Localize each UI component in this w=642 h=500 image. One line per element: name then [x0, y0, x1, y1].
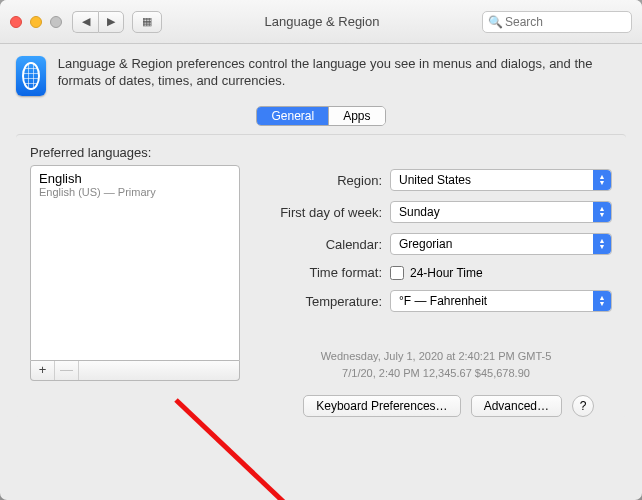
temperature-select[interactable]: °F — Fahrenheit ▲▼: [390, 290, 612, 312]
language-name: English: [39, 171, 231, 186]
chevron-updown-icon: ▲▼: [593, 291, 611, 311]
header-row: Language & Region preferences control th…: [16, 56, 626, 96]
search-wrap: 🔍: [482, 11, 632, 33]
forward-button[interactable]: ▶: [98, 11, 124, 33]
header-description: Language & Region preferences control th…: [58, 56, 626, 90]
show-all-button[interactable]: ▦: [132, 11, 162, 33]
temperature-value: °F — Fahrenheit: [399, 294, 487, 308]
add-language-button[interactable]: +: [31, 361, 55, 380]
search-icon: 🔍: [488, 15, 503, 29]
firstday-label: First day of week:: [260, 205, 390, 220]
language-subtitle: English (US) — Primary: [39, 186, 231, 198]
title-bar: ◀ ▶ ▦ Language & Region 🔍: [0, 0, 642, 44]
general-section: Preferred languages: English English (US…: [16, 134, 626, 417]
help-button[interactable]: ?: [572, 395, 594, 417]
format-examples: Wednesday, July 1, 2020 at 2:40:21 PM GM…: [260, 348, 612, 381]
timeformat-label: Time format:: [260, 265, 390, 280]
remove-language-button: —: [55, 361, 79, 380]
region-label: Region:: [260, 173, 390, 188]
minimize-window-button[interactable]: [30, 16, 42, 28]
preferred-languages-box: English English (US) — Primary + —: [30, 165, 240, 381]
zoom-window-button: [50, 16, 62, 28]
language-list[interactable]: English English (US) — Primary: [30, 165, 240, 361]
help-icon: ?: [580, 399, 587, 413]
language-list-controls: + —: [30, 361, 240, 381]
chevron-updown-icon: ▲▼: [593, 234, 611, 254]
traffic-lights: [10, 16, 62, 28]
tab-general[interactable]: General: [257, 107, 329, 125]
preferences-window: ◀ ▶ ▦ Language & Region 🔍 Language & Reg…: [0, 0, 642, 500]
example-line-2: 7/1/20, 2:40 PM 12,345.67 $45,678.90: [260, 365, 612, 382]
region-settings: Region: United States ▲▼ First day of we…: [260, 165, 612, 381]
footer-buttons: Keyboard Preferences… Advanced… ?: [30, 381, 612, 417]
preferred-languages-label: Preferred languages:: [30, 145, 612, 160]
24hour-label: 24-Hour Time: [410, 266, 483, 280]
close-window-button[interactable]: [10, 16, 22, 28]
nav-button-group: ◀ ▶: [72, 11, 124, 33]
advanced-button[interactable]: Advanced…: [471, 395, 562, 417]
temperature-label: Temperature:: [260, 294, 390, 309]
calendar-value: Gregorian: [399, 237, 452, 251]
region-value: United States: [399, 173, 471, 187]
region-select[interactable]: United States ▲▼: [390, 169, 612, 191]
chevron-updown-icon: ▲▼: [593, 170, 611, 190]
example-line-1: Wednesday, July 1, 2020 at 2:40:21 PM GM…: [260, 348, 612, 365]
globe-icon: [16, 56, 46, 96]
search-input[interactable]: [482, 11, 632, 33]
keyboard-preferences-button[interactable]: Keyboard Preferences…: [303, 395, 460, 417]
tab-bar: General Apps: [16, 106, 626, 126]
chevron-updown-icon: ▲▼: [593, 202, 611, 222]
back-button[interactable]: ◀: [72, 11, 98, 33]
24hour-checkbox[interactable]: [390, 266, 404, 280]
tab-apps[interactable]: Apps: [329, 107, 384, 125]
firstday-select[interactable]: Sunday ▲▼: [390, 201, 612, 223]
calendar-select[interactable]: Gregorian ▲▼: [390, 233, 612, 255]
calendar-label: Calendar:: [260, 237, 390, 252]
list-item[interactable]: English English (US) — Primary: [39, 171, 231, 198]
firstday-value: Sunday: [399, 205, 440, 219]
window-title: Language & Region: [162, 14, 482, 29]
grid-icon: ▦: [142, 15, 152, 28]
